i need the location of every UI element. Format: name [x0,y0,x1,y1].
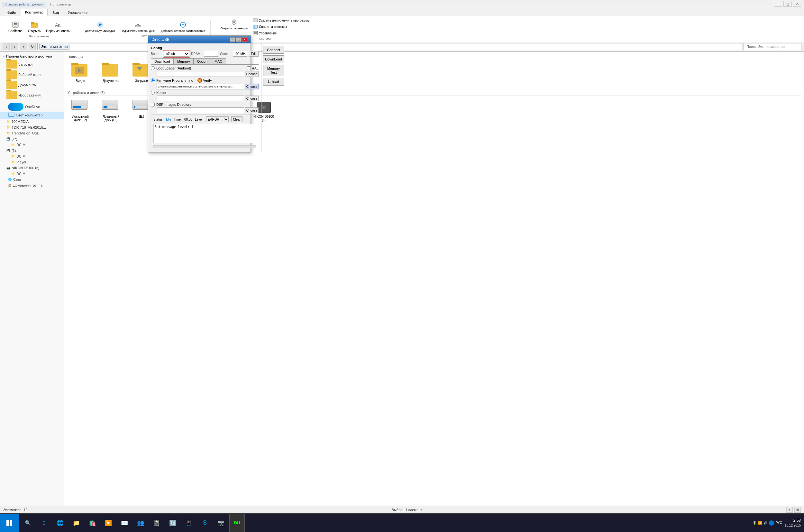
taskbar-search-btn[interactable]: 🔍 [20,514,36,532]
taskbar-time-value: 2:58 [785,518,801,523]
tab-manage[interactable]: Управление [64,9,92,16]
dialog-close-btn[interactable]: ✕ [242,37,247,42]
firmware-path-input[interactable] [157,83,244,90]
boot-loader-radio[interactable] [151,66,155,70]
tab-memory[interactable]: Memory [174,58,194,64]
hal-checkbox[interactable] [247,66,251,70]
sidebar-item-tdr[interactable]: 📁 TDR-718_VER2015... [0,125,64,130]
nav-up-btn[interactable]: ↑ [20,43,27,50]
tab-computer[interactable]: Компьютер [21,9,47,16]
folder-video[interactable]: Видео [68,63,93,84]
sidebar-item-desktop[interactable]: Рабочий стол [0,70,64,80]
directusb-dialog[interactable]: DirectUSB ─ ◻ ✕ Config Board: [148,35,251,152]
taskbar-people-btn[interactable]: 👥 [133,514,148,532]
nav-recent-btn[interactable]: ↻ [28,43,36,50]
sidebar-item-nikon[interactable]: 📷 NIKON D5100 (i:) [0,165,64,171]
window-restore-btn[interactable]: ◻ [783,1,792,7]
ribbon-btn-open[interactable]: Открыть [26,20,42,34]
sidebar-item-drive-e[interactable]: 💾 (E:) [0,136,64,142]
sidebar-item-100media[interactable]: 📁 100MEDIA [0,119,64,125]
dialog-restore-btn[interactable]: ◻ [236,37,241,42]
ribbon-btn-open-settings[interactable]: Открыть параметры [219,17,250,36]
sidebar-item-homegroup[interactable]: 🏠 Домашняя группа [0,183,64,188]
tab-file[interactable]: Файл [3,9,20,16]
window-minimize-btn[interactable]: ─ [774,1,782,7]
taskbar-explorer-btn[interactable]: 📁 [69,514,84,532]
taskbar-onenote-btn[interactable]: 📓 [149,514,164,532]
taskbar-directusb-btn[interactable]: DU [229,514,245,532]
folder-documents[interactable]: Документы [98,63,124,84]
ribbon-btn-rename[interactable]: Aa Переименовать [44,20,71,34]
nav-forward-btn[interactable]: › [11,43,18,50]
choose-btn-kernel[interactable]: Choose [245,96,259,101]
clear-btn[interactable]: Clear [231,116,243,122]
log-area[interactable]: Set message level: 1 [153,124,256,143]
ribbon-btn-uninstall[interactable]: Удалить или изменить программу [251,17,311,23]
memory-test-btn[interactable]: Memory Test [263,65,284,76]
firmware-path-row: Choose [151,83,259,90]
ribbon-btn-connect-network[interactable]: Подключить сетевой диск [119,20,157,34]
sidebar-item-documents[interactable]: Документы [0,80,64,90]
dram-input[interactable] [204,51,218,57]
sidebar-item-dcim-2[interactable]: 📁 DCIM [0,153,64,159]
sidebar-item-player[interactable]: 📁 Player [0,159,64,165]
ribbon-btn-access-media[interactable]: Доступ к мультимедиа [83,20,117,34]
drive-d[interactable]: Локальный диск (D:) [98,98,124,124]
choose-btn-dsp[interactable]: Choose [245,108,259,113]
taskbar-phone-btn[interactable]: 📱 [181,514,196,532]
download-btn[interactable]: DownLoad [263,55,284,63]
start-btn[interactable] [0,514,19,532]
board-select[interactable]: a7bub [164,51,189,57]
sidebar-item-onedrive[interactable]: OneDrive [0,102,64,112]
quick-access-header[interactable]: ▾ Панель быстрого доступа [0,53,64,59]
sidebar-item-downloads[interactable]: Загрузки [0,59,64,70]
boot-loader-path-input[interactable] [157,71,244,77]
ribbon-btn-system-props[interactable]: i Свойства системы [251,24,311,30]
sidebar-item-trendvision[interactable]: 📁 TrendVision_USB [0,130,64,136]
view-list-btn[interactable]: ≡ [786,507,793,513]
sidebar-item-this-pc[interactable]: Этот компьютер [0,112,64,119]
window-close-btn[interactable]: ✕ [793,1,801,7]
time-label: Time: [174,118,182,121]
search-input[interactable] [744,43,801,50]
ribbon-btn-add-network[interactable]: Добавить сетевое расположение [159,20,207,34]
dsp-checkbox[interactable] [151,102,155,107]
dsp-path-input[interactable] [157,108,244,113]
sidebar-item-drive-f[interactable]: 💾 (f:) [0,148,64,153]
choose-btn-firmware[interactable]: Choose [245,83,259,90]
ribbon-btn-properties[interactable]: Свойства [6,20,24,34]
sidebar-item-dcim-1[interactable]: 📁 DCIM [0,142,64,148]
path-part-computer[interactable]: Этот компьютер [39,44,70,50]
taskbar-ie-btn[interactable]: e [36,514,52,532]
nav-back-btn[interactable]: ‹ [3,43,9,50]
view-grid-btn[interactable]: ⊞ [795,507,801,513]
edit-btn[interactable]: Edit [249,51,259,57]
tab-mac[interactable]: MAC [211,58,226,64]
firmware-radio[interactable] [151,78,155,82]
level-select[interactable]: ERROR [206,116,229,122]
taskbar-store-btn[interactable]: 🛍️ [84,514,100,532]
kernel-path-input[interactable] [157,96,244,101]
upload-btn[interactable]: Upload [263,78,284,86]
drive-c[interactable]: Локальный диск (C:) [68,98,93,124]
choose-btn-bootloader[interactable]: Choose [245,71,259,77]
tab-view[interactable]: Вид [48,9,63,16]
taskbar-mediaplayer-btn[interactable]: ▶️ [101,514,116,532]
taskbar-calc-btn[interactable]: 🔢 [165,514,180,532]
sidebar-item-network[interactable]: 🌐 Сеть [0,176,64,183]
firmware-label: Firmware Programming [156,78,193,82]
ribbon-btn-manage[interactable]: Управление [251,30,311,36]
taskbar-skype-btn[interactable]: S [197,514,213,532]
connect-btn[interactable]: Connect [263,46,284,54]
tab-option[interactable]: Option [194,58,211,64]
tab-download[interactable]: Download [151,58,174,64]
kernel-radio[interactable] [151,91,155,95]
taskbar-camera-btn[interactable]: 📷 [213,514,229,532]
dialog-minimize-btn[interactable]: ─ [230,37,235,42]
taskbar-edge-btn[interactable]: 🌐 [53,514,68,532]
core-input[interactable] [233,51,247,57]
sidebar-item-dcim-3[interactable]: 📁 DCIM [0,171,64,176]
dram-label: DRAM: [191,52,202,56]
sidebar-item-images[interactable]: Изображения [0,90,64,100]
taskbar-mail-btn[interactable]: 📧 [117,514,132,532]
